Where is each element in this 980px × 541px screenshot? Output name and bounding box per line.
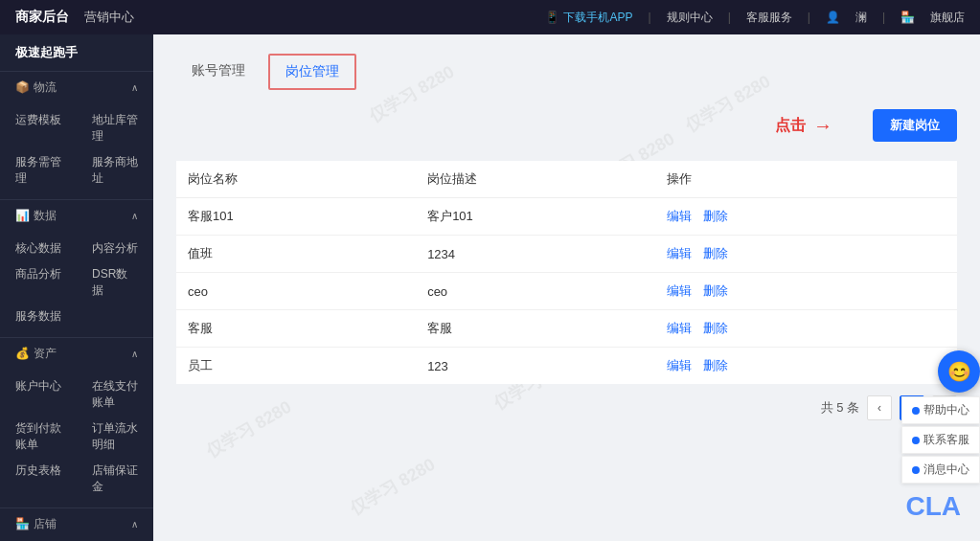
sidebar-item-order-flow[interactable]: 订单流水明细 bbox=[77, 416, 153, 458]
sidebar-item-service-needs[interactable]: 服务需管理 bbox=[0, 149, 77, 192]
sidebar-section-data-header[interactable]: 📊数据 ∧ bbox=[0, 200, 153, 232]
sidebar-item-freight-template[interactable]: 运费模板 bbox=[0, 107, 77, 149]
top-navigation: 商家后台 营销中心 📱 下载手机APP | 规则中心 | 客服服务 | 👤 澜 … bbox=[0, 0, 980, 34]
edit-link-2[interactable]: 编辑 bbox=[667, 283, 692, 298]
cell-position-desc: ceo bbox=[416, 273, 655, 310]
chevron-down-icon-assets: ∧ bbox=[131, 349, 138, 359]
data-icon: 📊 bbox=[15, 209, 30, 222]
content-area: 仅学习 8280 仅学习 8280 仅学习 8280 仅学习 8280 仅学习 … bbox=[153, 34, 980, 541]
sidebar-item-store-deposit[interactable]: 店铺保证金 bbox=[77, 458, 153, 500]
store-icon-sidebar: 🏪 bbox=[15, 517, 30, 530]
user-label: 澜 bbox=[855, 10, 867, 26]
sidebar-section-logistics: 📦物流 ∧ 运费模板 地址库管理 服务需管理 服务商地址 bbox=[0, 72, 153, 200]
create-position-button[interactable]: 新建岗位 bbox=[873, 109, 957, 142]
sidebar-item-address-lib[interactable]: 地址库管理 bbox=[77, 107, 153, 149]
tab-account-management[interactable]: 账号管理 bbox=[176, 55, 261, 89]
col-header-desc: 岗位描述 bbox=[416, 161, 655, 198]
sidebar-item-core-data[interactable]: 核心数据 bbox=[0, 236, 77, 261]
sidebar-item-product-analysis[interactable]: 商品分析 bbox=[0, 261, 77, 304]
sidebar-section-assets: 💰资产 ∧ 账户中心 在线支付账单 货到付款账单 订单流水明细 历史表格 店铺保… bbox=[0, 338, 153, 508]
cell-actions: 编辑 删除 bbox=[655, 310, 957, 348]
cell-position-name: 员工 bbox=[176, 348, 416, 385]
cell-position-name: 客服 bbox=[176, 310, 416, 348]
assets-icon: 💰 bbox=[15, 347, 30, 360]
brand-label: 商家后台 bbox=[15, 9, 69, 26]
marketing-center-link[interactable]: 营销中心 bbox=[84, 9, 134, 26]
store-label[interactable]: 旗舰店 bbox=[930, 10, 965, 26]
store-icon: 🏪 bbox=[900, 11, 915, 24]
dot-icon bbox=[912, 407, 920, 415]
sidebar-section-logistics-header[interactable]: 📦物流 ∧ bbox=[0, 72, 153, 103]
prev-page-button[interactable]: ‹ bbox=[867, 395, 892, 420]
sidebar-item-cod-payment[interactable]: 货到付款账单 bbox=[0, 416, 77, 458]
edit-link-4[interactable]: 编辑 bbox=[667, 358, 692, 372]
sidebar-item-dsr[interactable]: DSR数据 bbox=[77, 261, 153, 304]
delete-link-3[interactable]: 删除 bbox=[703, 321, 728, 335]
sidebar-item-content-analysis[interactable]: 内容分析 bbox=[77, 236, 153, 261]
sidebar-section-store-header[interactable]: 🏪店铺 ∧ bbox=[0, 508, 153, 540]
arrow-right-icon: → bbox=[813, 115, 832, 137]
logistics-icon: 📦 bbox=[15, 80, 30, 94]
positions-table: 岗位名称 岗位描述 操作 客服101 客户101 编辑 删除 值班 1234 编… bbox=[176, 161, 957, 384]
phone-icon: 📱 bbox=[545, 11, 559, 24]
cell-position-desc: 客服 bbox=[416, 310, 655, 348]
tab-position-management[interactable]: 岗位管理 bbox=[268, 54, 356, 90]
sidebar-item-service-address[interactable]: 服务商地址 bbox=[77, 149, 153, 192]
delete-link-2[interactable]: 删除 bbox=[703, 283, 728, 298]
chevron-down-icon: ∧ bbox=[131, 82, 138, 93]
cell-position-desc: 1234 bbox=[416, 236, 655, 273]
float-contact-service[interactable]: 联系客服 bbox=[901, 426, 980, 454]
dot-icon-2 bbox=[912, 437, 920, 444]
float-panel: 😊 帮助中心 联系客服 消息中心 bbox=[901, 350, 980, 484]
delete-link-4[interactable]: 删除 bbox=[703, 358, 728, 372]
table-row: 值班 1234 编辑 删除 bbox=[176, 236, 957, 273]
float-help-center[interactable]: 帮助中心 bbox=[901, 396, 980, 424]
table-row: ceo ceo 编辑 删除 bbox=[176, 273, 957, 310]
col-header-action: 操作 bbox=[655, 161, 957, 198]
total-count: 共 5 条 bbox=[821, 399, 859, 417]
sidebar-item-service-data[interactable]: 服务数据 bbox=[0, 304, 77, 329]
chevron-down-icon-data: ∧ bbox=[131, 211, 138, 221]
edit-link-1[interactable]: 编辑 bbox=[667, 246, 692, 260]
table-row: 客服 客服 编辑 删除 bbox=[176, 310, 957, 348]
cell-position-name: 值班 bbox=[176, 236, 416, 273]
cell-actions: 编辑 删除 bbox=[655, 236, 957, 273]
tabs-row: 账号管理 岗位管理 bbox=[176, 54, 957, 90]
user-icon: 👤 bbox=[826, 11, 840, 24]
dot-icon-3 bbox=[912, 466, 920, 474]
cla-watermark: CLA bbox=[905, 491, 961, 522]
sidebar-section-store: 🏪店铺 ∧ 店铺基本信息 店铺等级 店铺装修 支付方式设置 子账号管理 廉清管理… bbox=[0, 508, 153, 541]
table-row: 员工 123 编辑 删除 bbox=[176, 348, 957, 385]
cell-actions: 编辑 删除 bbox=[655, 198, 957, 236]
delete-link-0[interactable]: 删除 bbox=[703, 209, 728, 223]
col-header-name: 岗位名称 bbox=[176, 161, 416, 198]
sidebar-item-online-payment[interactable]: 在线支付账单 bbox=[77, 373, 153, 416]
cell-position-name: ceo bbox=[176, 273, 416, 310]
float-message-center[interactable]: 消息中心 bbox=[901, 456, 980, 484]
edit-link-3[interactable]: 编辑 bbox=[667, 321, 692, 335]
sidebar-section-assets-header[interactable]: 💰资产 ∧ bbox=[0, 338, 153, 370]
cell-position-desc: 123 bbox=[416, 348, 655, 385]
chevron-down-icon-store: ∧ bbox=[131, 519, 138, 530]
sidebar: 极速起跑手 📦物流 ∧ 运费模板 地址库管理 服务需管理 服务商地址 📊数据 ∧… bbox=[0, 34, 153, 541]
cell-position-desc: 客户101 bbox=[416, 198, 655, 236]
rule-center-link[interactable]: 规则中心 bbox=[667, 10, 713, 26]
sidebar-item-history[interactable]: 历史表格 bbox=[0, 458, 77, 500]
phone-app-link[interactable]: 📱 下载手机APP bbox=[545, 10, 632, 26]
sidebar-item-account-center[interactable]: 账户中心 bbox=[0, 373, 77, 416]
watermark-8: 仅学习 8280 bbox=[346, 453, 440, 520]
pagination: 共 5 条 ‹ 1 › bbox=[176, 384, 957, 432]
cell-actions: 编辑 删除 bbox=[655, 273, 957, 310]
edit-link-0[interactable]: 编辑 bbox=[667, 209, 692, 223]
create-btn-row: 点击 → 新建岗位 bbox=[176, 109, 957, 142]
table-row: 客服101 客户101 编辑 删除 bbox=[176, 198, 957, 236]
cell-position-name: 客服101 bbox=[176, 198, 416, 236]
click-hint: 点击 → bbox=[775, 115, 832, 137]
customer-service-link[interactable]: 客服服务 bbox=[746, 10, 792, 26]
float-main-button[interactable]: 😊 bbox=[938, 350, 980, 393]
sidebar-quick-start[interactable]: 极速起跑手 bbox=[0, 34, 153, 72]
sidebar-section-data: 📊数据 ∧ 核心数据 内容分析 商品分析 DSR数据 服务数据 bbox=[0, 200, 153, 338]
delete-link-1[interactable]: 删除 bbox=[703, 246, 728, 260]
